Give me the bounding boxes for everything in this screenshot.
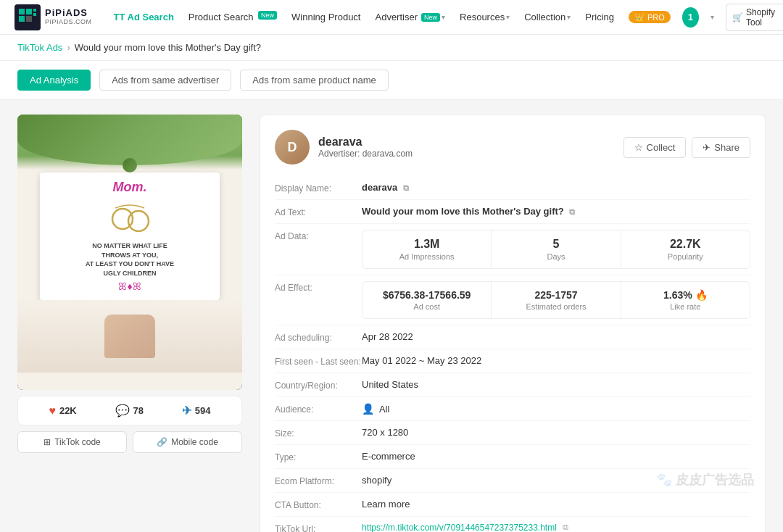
crown-icon: 👑 <box>634 12 645 22</box>
share-button[interactable]: ✈ Share <box>692 137 750 158</box>
tab-bar: Ad Analysis Ads from same advertiser Ads… <box>0 61 783 100</box>
logo-name: PiPiADS <box>45 8 92 18</box>
nav-collection[interactable]: Collection ▾ <box>524 12 571 22</box>
advertiser-site: Advertiser: dearava.com <box>318 149 413 159</box>
mobile-code-btn[interactable]: 🔗 Mobile code <box>133 431 242 453</box>
nav-tt-ad-search[interactable]: TT Ad Search <box>114 12 174 22</box>
audience-row: Audience: 👤 All <box>275 397 750 421</box>
ad-text-value: Would your mom love this Mother's Day gi… <box>362 206 750 217</box>
logo-icon <box>14 4 41 30</box>
orders-label: Estimated orders <box>502 302 610 311</box>
comments-count: 78 <box>133 405 144 416</box>
shares-stat: ✈ 594 <box>182 404 211 417</box>
like-rate-container: 1.63% 🔥 <box>631 289 740 301</box>
orders-num: 225-1757 <box>502 289 610 301</box>
nav-winning-product[interactable]: Winning Product <box>291 12 360 22</box>
country-label: Country/Region: <box>275 379 362 391</box>
share-icon: ✈ <box>182 404 191 417</box>
main-content: Mom. NO MATTER WHAT LIFETHROWS AT YOU,AT… <box>0 100 783 532</box>
tiktok-url-row: TikTok Url: https://m.tiktok.com/v/70914… <box>275 517 750 532</box>
send-icon: ✈ <box>703 142 710 153</box>
tiktok-url-copy-icon[interactable]: ⧉ <box>563 523 568 532</box>
shopify-icon: 🛒 <box>732 12 743 22</box>
display-name-copy-icon[interactable]: ⧉ <box>403 183 409 193</box>
first-last-value: May 01 2022 ~ May 23 2022 <box>362 355 750 366</box>
cta-label: CTA Button: <box>275 499 362 510</box>
star-icon: ☆ <box>634 142 643 153</box>
size-value: 720 x 1280 <box>362 427 750 438</box>
tiktok-url-link[interactable]: https://m.tiktok.com/v/70914465472373752… <box>362 523 557 532</box>
card-necklace <box>47 201 212 236</box>
info-panel: D dearava Advertiser: dearava.com ☆ Coll… <box>260 115 766 532</box>
resources-chevron: ▾ <box>506 13 510 21</box>
video-actions: ⊞ TikTok code 🔗 Mobile code <box>17 431 242 453</box>
audience-label: Audience: <box>275 403 362 415</box>
logo-text: PiPiADS PIPIADS.COM <box>45 8 92 25</box>
breadcrumb-current: Would your mom love this Mother's Day gi… <box>75 42 261 53</box>
display-name-value: dearava ⧉ <box>362 182 750 193</box>
scheduling-label: Ad scheduling: <box>275 331 362 343</box>
breadcrumb-separator: › <box>67 42 70 53</box>
breadcrumb-parent[interactable]: TikTok Ads <box>17 42 62 53</box>
cta-value: Learn more <box>362 499 750 510</box>
video-hand <box>17 300 242 373</box>
video-panel: Mom. NO MATTER WHAT LIFETHROWS AT YOU,AT… <box>17 115 242 532</box>
like-rate-num: 1.63% <box>663 289 692 301</box>
video-stats: ♥ 22K 💬 78 ✈ 594 <box>17 396 242 425</box>
like-rate-cell: 1.63% 🔥 Like rate <box>621 282 750 318</box>
ecom-value: shopify <box>362 475 750 486</box>
cost-label: Ad cost <box>373 302 481 311</box>
cost-num: $6756.38-17566.59 <box>373 289 481 301</box>
pro-badge[interactable]: 👑 PRO <box>629 11 671 23</box>
video-wrapper: Mom. NO MATTER WHAT LIFETHROWS AT YOU,AT… <box>17 115 242 390</box>
ad-data-row: Ad Data: 1.3M Ad Impressions 5 Days 22.7… <box>275 224 750 275</box>
nav-pricing[interactable]: Pricing <box>585 12 614 22</box>
country-value: United States <box>362 379 750 390</box>
link-icon: 🔗 <box>157 437 167 447</box>
user-chevron[interactable]: ▾ <box>710 13 714 21</box>
impressions-label: Ad Impressions <box>373 252 481 261</box>
ad-effect-row: Ad Effect: $6756.38-17566.59 Ad cost 225… <box>275 275 750 325</box>
shopify-tool-btn[interactable]: 🛒 Shopify Tool New <box>726 4 783 31</box>
days-num: 5 <box>502 238 610 251</box>
advertiser-details: dearava Advertiser: dearava.com <box>318 136 413 159</box>
nav-product-search[interactable]: Product Search New <box>188 12 277 22</box>
nav-resources[interactable]: Resources ▾ <box>460 12 510 22</box>
nav-advertiser[interactable]: Advertiser New ▾ <box>375 12 445 22</box>
display-name-row: Display Name: dearava ⧉ <box>275 176 750 200</box>
like-rate-label: Like rate <box>631 302 740 311</box>
advertiser-row: D dearava Advertiser: dearava.com ☆ Coll… <box>275 130 750 165</box>
comments-stat: 💬 78 <box>115 404 144 417</box>
advertiser-name: dearava <box>318 136 413 149</box>
qr-icon: ⊞ <box>44 437 51 447</box>
nav-right: 👑 PRO 1 ▾ 🛒 Shopify Tool New <box>629 4 783 31</box>
card-text: NO MATTER WHAT LIFETHROWS AT YOU,AT LEAS… <box>47 241 212 278</box>
heart-icon: ♥ <box>49 404 56 417</box>
user-avatar[interactable]: 1 <box>682 7 699 28</box>
tab-same-product[interactable]: Ads from same product name <box>240 70 389 91</box>
collect-button[interactable]: ☆ Collect <box>624 137 687 158</box>
display-name-label: Display Name: <box>275 182 362 194</box>
card-signature: ꕤ♦ꕤ <box>47 280 212 293</box>
ad-effect-box: $6756.38-17566.59 Ad cost 225-1757 Estim… <box>362 281 750 319</box>
video-plant <box>17 115 242 165</box>
svg-rect-3 <box>26 16 32 22</box>
tiktok-code-btn[interactable]: ⊞ TikTok code <box>17 431 127 453</box>
size-row: Size: 720 x 1280 <box>275 421 750 445</box>
tab-same-advertiser[interactable]: Ads from same advertiser <box>99 70 231 91</box>
shares-count: 594 <box>195 405 211 416</box>
ecom-label: Ecom Platform: <box>275 475 362 486</box>
scheduling-value: Apr 28 2022 <box>362 331 750 342</box>
hand-placeholder <box>104 315 155 358</box>
svg-rect-2 <box>19 16 25 22</box>
type-row: Type: E-commerce <box>275 445 750 469</box>
avatar-img: D <box>275 130 310 165</box>
svg-rect-0 <box>19 9 25 14</box>
tab-ad-analysis[interactable]: Ad Analysis <box>17 70 91 91</box>
advertiser-badge: New <box>421 13 440 22</box>
ad-text-copy-icon[interactable]: ⧉ <box>569 207 575 217</box>
size-label: Size: <box>275 427 362 439</box>
ad-text-label: Ad Text: <box>275 206 362 217</box>
scheduling-row: Ad scheduling: Apr 28 2022 <box>275 325 750 349</box>
ad-effect-box-container: $6756.38-17566.59 Ad cost 225-1757 Estim… <box>362 281 750 319</box>
